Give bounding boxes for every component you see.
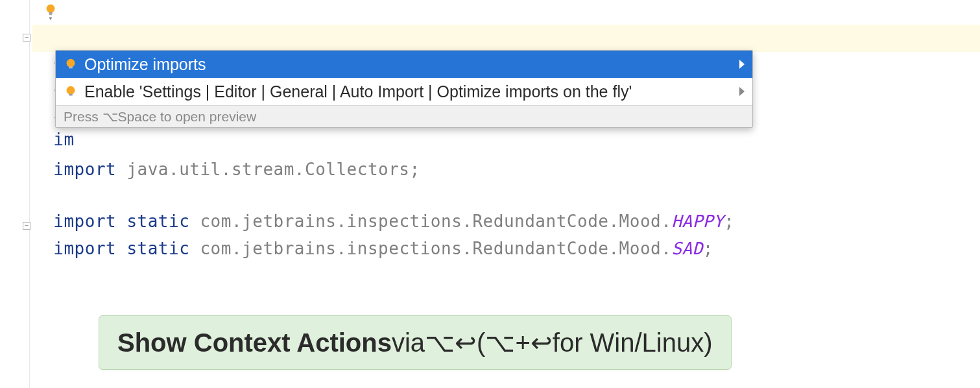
tip-for-text: for Win/Linux) (553, 328, 713, 358)
svg-rect-9 (69, 94, 73, 96)
gutter-border (29, 0, 30, 388)
svg-point-0 (47, 5, 55, 13)
tip-banner: Show Context Actions via ⌥↩ ( ⌥+↩ for Wi… (99, 315, 732, 370)
intention-item-label: Optimize imports (84, 55, 734, 74)
fold-marker-collapse-icon[interactable] (23, 34, 30, 42)
intention-item-label: Enable 'Settings | Editor | General | Au… (84, 82, 734, 101)
semicolon: ; (410, 160, 420, 179)
package-path: com.jetbrains.inspections.RedundantCode.… (189, 239, 671, 258)
keyword-static: static (116, 239, 189, 258)
editor-gutter (0, 0, 32, 388)
chevron-right-icon (739, 87, 745, 96)
tip-shortcut-win: ⌥+↩ (485, 328, 552, 358)
svg-rect-1 (49, 12, 53, 14)
intention-bulb-icon[interactable]: ▼ (43, 3, 58, 22)
svg-point-8 (67, 86, 75, 95)
tip-action-name: Show Context Actions (117, 328, 392, 358)
keyword-import: import (53, 160, 116, 179)
package-path: java.util.stream.Collectors (116, 160, 409, 179)
svg-rect-2 (49, 14, 52, 15)
svg-point-6 (67, 59, 75, 67)
chevron-right-icon (739, 60, 745, 69)
intention-item-enable-setting[interactable]: Enable 'Settings | Editor | General | Au… (56, 78, 752, 105)
bulb-icon (64, 57, 78, 71)
intention-actions-popup: Optimize imports Enable 'Settings | Edit… (55, 50, 753, 128)
tip-paren: ( (477, 328, 485, 358)
intention-item-optimize-imports[interactable]: Optimize imports (56, 51, 752, 78)
svg-rect-7 (69, 67, 73, 69)
chevron-down-icon: ▼ (49, 16, 53, 21)
fold-marker-collapse-icon[interactable] (23, 222, 30, 230)
bulb-icon (64, 84, 78, 99)
tip-shortcut-mac: ⌥↩ (425, 328, 477, 358)
code-line-import-collectors[interactable]: import java.util.stream.Collectors; (32, 140, 420, 179)
tip-via-text: via (392, 328, 425, 358)
popup-footer-hint: Press ⌥Space to open preview (56, 105, 752, 127)
semicolon: ; (724, 212, 734, 231)
popup-footer-text: Press ⌥Space to open preview (64, 109, 256, 125)
code-line-import-static-sad[interactable]: import static com.jetbrains.inspections.… (32, 219, 713, 258)
semicolon: ; (703, 239, 713, 258)
enum-value-sad: SAD (671, 239, 702, 258)
keyword-import: import (53, 239, 116, 258)
